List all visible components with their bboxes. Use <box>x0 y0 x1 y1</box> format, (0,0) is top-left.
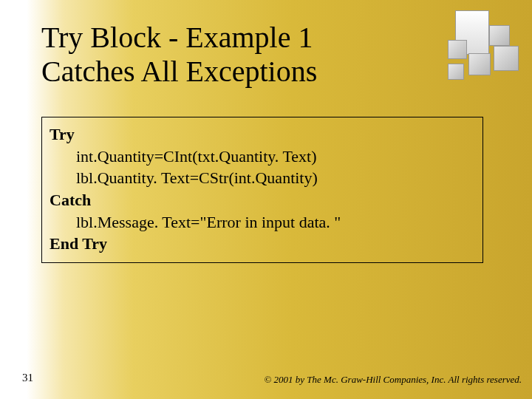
copyright-text: © 2001 by The Mc. Graw-Hill Companies, I… <box>264 374 522 386</box>
title-line-1: Try Block - Example 1 <box>41 21 313 54</box>
code-line-2: lbl.Quantity. Text=CStr(int.Quantity) <box>50 167 475 189</box>
keyword-try: Try <box>50 125 75 143</box>
code-line-3: lbl.Message. Text="Error in input data. … <box>50 211 475 233</box>
code-example-box: Try int.Quantity=CInt(txt.Quantity. Text… <box>41 117 483 263</box>
title-line-2: Catches All Exceptions <box>41 55 317 88</box>
corner-graphic <box>430 10 519 84</box>
code-line-1: int.Quantity=CInt(txt.Quantity. Text) <box>50 146 475 168</box>
slide-title: Try Block - Example 1 Catches All Except… <box>41 21 396 89</box>
keyword-catch: Catch <box>50 191 91 209</box>
slide: Try Block - Example 1 Catches All Except… <box>0 0 532 399</box>
slide-number: 31 <box>22 372 33 384</box>
keyword-end-try: End Try <box>50 234 107 253</box>
